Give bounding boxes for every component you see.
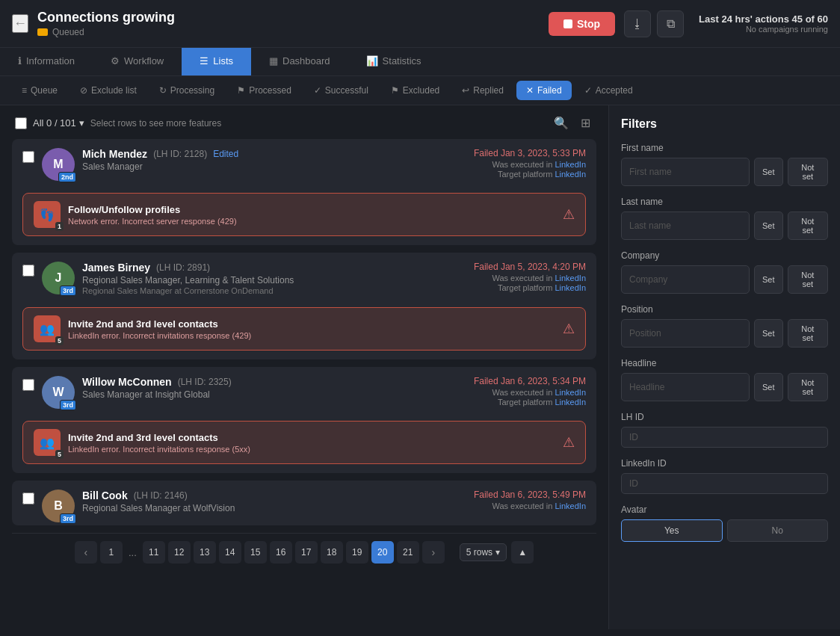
contact-info-4: Bill Cook (LH ID: 2146) Regional Sales M… — [82, 490, 466, 513]
position-notset-button[interactable]: Not set — [788, 319, 828, 348]
header-actions: ⭳ ⧉ — [624, 10, 684, 37]
page-btn-13[interactable]: 13 — [194, 541, 216, 564]
step-action-icon-3: 👥 — [40, 436, 55, 450]
contact-header: M 2nd Mich Mendez (LH ID: 2128) Edited S… — [12, 139, 596, 190]
step-info-2: Invite 2nd and 3rd level contacts Linked… — [68, 318, 555, 340]
page-btn-20[interactable]: 20 — [371, 541, 394, 564]
executed-in-4: Was executed in LinkedIn — [474, 501, 586, 510]
step-action-icon-1: 👣 — [40, 208, 55, 222]
stop-icon — [563, 19, 572, 28]
contact-card: J 3rd James Birney (LH ID: 2891) Regiona… — [12, 253, 596, 359]
page-btn-19[interactable]: 19 — [346, 541, 368, 564]
contact-checkbox-1[interactable] — [22, 151, 34, 163]
firstname-notset-button[interactable]: Not set — [788, 158, 828, 186]
tab-statistics[interactable]: 📊 Statistics — [348, 48, 439, 75]
headline-input[interactable] — [621, 373, 750, 401]
row-count[interactable]: All 0 / 101 ▾ — [33, 117, 84, 129]
step-number-3: 5 — [55, 450, 64, 459]
page-btn-14[interactable]: 14 — [219, 541, 241, 564]
content-area: All 0 / 101 ▾ Select rows to see more fe… — [0, 105, 840, 629]
contact-lhid-1: (LH ID: 2128) — [153, 149, 207, 159]
page-btn-16[interactable]: 16 — [270, 541, 292, 564]
target-platform-1: Target platform LinkedIn — [474, 170, 586, 179]
subtab-processed[interactable]: ⚑ Processed — [227, 81, 301, 100]
subtitle-text: Queued — [52, 27, 84, 37]
step-info-1: Follow/Unfollow profiles Network error. … — [68, 204, 555, 226]
tab-workflow[interactable]: ⚙ Workflow — [93, 48, 182, 75]
executed-in-2: Was executed in LinkedIn — [474, 274, 586, 283]
firstname-input[interactable] — [621, 158, 750, 186]
company-set-button[interactable]: Set — [754, 265, 783, 294]
failed-date-1: Failed Jan 3, 2023, 5:33 PM — [474, 148, 586, 158]
chevron-down-icon: ▾ — [79, 117, 84, 129]
select-all-checkbox[interactable] — [15, 117, 27, 129]
company-input[interactable] — [621, 265, 750, 294]
page-btn-21[interactable]: 21 — [397, 541, 419, 564]
page-btn-18[interactable]: 18 — [321, 541, 343, 564]
page-btn-12[interactable]: 12 — [168, 541, 191, 564]
rows-dropdown[interactable]: 5 rows ▾ — [460, 543, 507, 561]
lastname-set-button[interactable]: Set — [754, 212, 783, 240]
page-btn-11[interactable]: 11 — [143, 541, 165, 564]
subtab-exclude-list[interactable]: ⊘ Exclude list — [70, 81, 146, 100]
page-btn-1[interactable]: 1 — [100, 541, 123, 564]
tab-information[interactable]: ℹ Information — [0, 48, 93, 75]
page-btn-17[interactable]: 17 — [295, 541, 318, 564]
pagination: ‹ 1 ... 11 12 13 14 15 16 17 18 19 20 21… — [12, 533, 596, 571]
avatar-no-button[interactable]: No — [727, 519, 829, 542]
contact-name-row-4: Bill Cook (LH ID: 2146) — [82, 490, 466, 501]
download-button[interactable]: ⭳ — [624, 10, 651, 37]
page-btn-15[interactable]: 15 — [244, 541, 267, 564]
linkedinid-input[interactable] — [621, 473, 828, 494]
ellipsis: ... — [126, 547, 140, 558]
headline-notset-button[interactable]: Not set — [788, 373, 828, 401]
back-button[interactable]: ← — [12, 14, 28, 33]
subtab-successful[interactable]: ✓ Successful — [304, 81, 378, 100]
subtab-accepted[interactable]: ✓ Accepted — [575, 81, 643, 100]
subtab-replied[interactable]: ↩ Replied — [452, 81, 513, 100]
prev-page-button[interactable]: ‹ — [75, 541, 97, 564]
step-alert-icon-1: ⚠ — [563, 206, 575, 223]
lastname-notset-button[interactable]: Not set — [788, 212, 828, 240]
avatar-yes-button[interactable]: Yes — [621, 519, 723, 542]
subtab-failed[interactable]: ✕ Failed — [516, 81, 572, 100]
columns-icon-button[interactable]: ⊞ — [578, 114, 593, 132]
filter-icon-button[interactable]: 🔍 — [551, 114, 572, 132]
contact-checkbox-3[interactable] — [22, 379, 34, 391]
linkedinid-label: LinkedIn ID — [621, 458, 828, 469]
contact-checkbox-4[interactable] — [22, 493, 34, 504]
subtab-excluded[interactable]: ⚑ Excluded — [381, 81, 449, 100]
processed-icon: ⚑ — [237, 85, 245, 96]
position-input[interactable] — [621, 319, 750, 348]
failed-date-3: Failed Jan 6, 2023, 5:34 PM — [474, 376, 586, 386]
tab-dashboard[interactable]: ▦ Dashboard — [251, 48, 348, 75]
lastname-input[interactable] — [621, 212, 750, 240]
tab-workflow-label: Workflow — [124, 55, 164, 67]
contact-info-2: James Birney (LH ID: 2891) Regional Sale… — [82, 262, 466, 295]
workflow-step-3: 👥 5 Invite 2nd and 3rd level contacts Li… — [22, 421, 586, 464]
connection-badge-1: 2nd — [58, 172, 76, 182]
lhid-input[interactable] — [621, 427, 828, 448]
edited-badge-1: Edited — [213, 149, 238, 159]
tab-lists[interactable]: ☰ Lists — [182, 48, 251, 75]
contact-checkbox-2[interactable] — [22, 265, 34, 277]
company-notset-button[interactable]: Not set — [788, 265, 828, 294]
copy-button[interactable]: ⧉ — [657, 10, 684, 37]
next-page-button[interactable]: › — [422, 541, 445, 564]
replied-icon: ↩ — [462, 85, 469, 96]
lhid-label: LH ID — [621, 412, 828, 422]
stop-button[interactable]: Stop — [549, 12, 615, 36]
firstname-set-button[interactable]: Set — [754, 158, 783, 186]
firstname-input-row: Set Not set — [621, 158, 828, 186]
subtab-accepted-label: Accepted — [596, 85, 633, 96]
subtab-queue-label: Queue — [31, 85, 58, 96]
position-set-button[interactable]: Set — [754, 319, 783, 348]
stop-label: Stop — [577, 18, 600, 30]
subtab-exclude-label: Exclude list — [91, 85, 137, 96]
subtab-queue[interactable]: ≡ Queue — [12, 81, 67, 100]
scroll-up-button[interactable]: ▲ — [511, 541, 534, 564]
subtab-processing[interactable]: ↻ Processing — [149, 81, 224, 100]
headline-set-button[interactable]: Set — [754, 373, 783, 401]
step-icon-wrap-3: 👥 5 — [34, 429, 61, 456]
contact-lhid-3: (LH ID: 2325) — [178, 377, 232, 387]
